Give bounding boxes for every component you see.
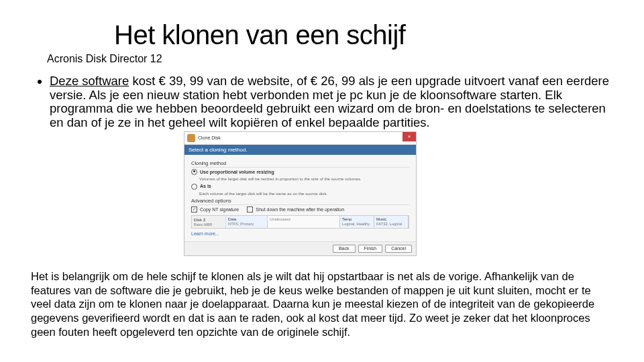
window-title-text: Clone Disk xyxy=(198,135,221,141)
check2-label: Shut down the machine after the operatio… xyxy=(256,207,344,213)
disk-sub: Basic MBR xyxy=(194,223,223,227)
check1-label: Copy NT signature xyxy=(200,207,239,213)
radio1-desc: Volumes of the target disk will be resiz… xyxy=(199,176,409,181)
radio2-desc: Each volume of the target disk will be t… xyxy=(199,191,409,196)
learn-more-link[interactable]: Learn more... xyxy=(191,231,409,237)
clone-window-titlebar: Clone Disk × xyxy=(184,132,416,145)
part-name: Music xyxy=(376,217,406,222)
radio-proportional[interactable]: Use proportional volume resizing xyxy=(191,169,409,175)
part-name: Data xyxy=(228,217,265,222)
advanced-options-label: Advanced options xyxy=(191,198,409,205)
checkbox-shutdown[interactable] xyxy=(247,206,253,213)
bullet-text: kost € 39, 99 van de website, of € 26, 9… xyxy=(50,74,609,129)
part-sub: FAT32, Logical xyxy=(376,222,406,227)
part-name: Temp xyxy=(342,217,372,222)
disk-layout: Disk 3 Basic MBR Data NTFS, Primary Unal… xyxy=(191,215,409,229)
radio1-label: Use proportional volume resizing xyxy=(200,170,274,175)
disk-name: Disk 3 xyxy=(194,217,223,222)
app-icon xyxy=(187,134,195,142)
part-sub: Logical, Healthy xyxy=(342,222,372,227)
finish-button[interactable]: Finish xyxy=(358,245,383,253)
wizard-header: Select a cloning method. xyxy=(184,145,416,156)
slide-title: Het klonen van een schijf xyxy=(114,20,617,50)
clone-dialog-image: Clone Disk × Select a cloning method. Cl… xyxy=(184,131,610,256)
bullet-link[interactable]: Deze software xyxy=(50,74,129,88)
partition-data[interactable]: Data NTFS, Primary xyxy=(226,216,268,228)
partition-temp[interactable]: Temp Logical, Healthy xyxy=(340,216,374,228)
radio-as-is[interactable]: As is xyxy=(191,184,409,190)
slide-subtitle: Acronis Disk Director 12 xyxy=(47,53,617,65)
checkbox-copy-nt[interactable]: ✓ xyxy=(191,206,197,213)
part-sub: NTFS, Primary xyxy=(228,222,265,227)
cancel-button[interactable]: Cancel xyxy=(385,245,412,253)
radio-icon xyxy=(191,169,197,175)
partition-unallocated: Unallocated xyxy=(268,216,340,228)
disk-label: Disk 3 Basic MBR xyxy=(192,216,226,228)
radio-icon xyxy=(191,184,197,190)
footer-paragraph: Het is belangrijk om de hele schijf te k… xyxy=(27,269,617,339)
clone-window: Clone Disk × Select a cloning method. Cl… xyxy=(184,131,417,256)
back-button[interactable]: Back xyxy=(333,245,356,253)
partition-music[interactable]: Music FAT32, Logical xyxy=(374,216,409,228)
cloning-method-label: Cloning method xyxy=(191,160,409,168)
close-icon[interactable]: × xyxy=(402,132,416,141)
bullet-item: Deze software kost € 39, 99 van de websi… xyxy=(50,74,617,256)
bullet-list: Deze software kost € 39, 99 van de websi… xyxy=(31,74,617,256)
radio2-label: As is xyxy=(200,184,211,189)
